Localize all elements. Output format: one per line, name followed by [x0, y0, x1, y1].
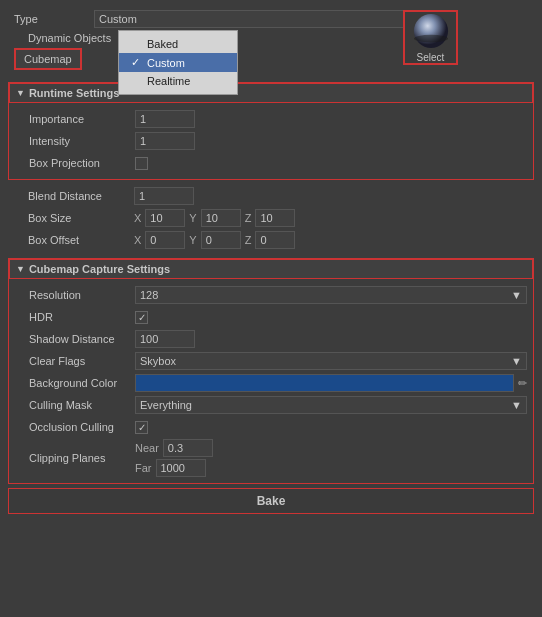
- type-value: Custom: [99, 13, 137, 25]
- runtime-section-header: ▼ Runtime Settings: [9, 83, 533, 103]
- cubemap-section-header: ▼ Cubemap Capture Settings: [9, 259, 533, 279]
- culling-mask-dropdown[interactable]: Everything ▼: [135, 396, 527, 414]
- box-projection-row: Box Projection: [15, 153, 527, 173]
- importance-input[interactable]: [135, 110, 195, 128]
- blend-distance-label: Blend Distance: [14, 190, 134, 202]
- runtime-title: Runtime Settings: [29, 87, 119, 99]
- realtime-check: [131, 75, 147, 87]
- cubemap-button[interactable]: Cubemap: [14, 48, 82, 70]
- clear-flags-arrow: ▼: [511, 355, 522, 367]
- cubemap-label: Cubemap: [24, 53, 72, 65]
- near-input[interactable]: [163, 439, 213, 457]
- culling-mask-arrow: ▼: [511, 399, 522, 411]
- shadow-distance-row: Shadow Distance: [15, 329, 527, 349]
- box-size-x-label: X: [134, 212, 141, 224]
- box-size-y-label: Y: [189, 212, 196, 224]
- box-size-row: Box Size X Y Z: [14, 208, 528, 228]
- clear-flags-row: Clear Flags Skybox ▼: [15, 351, 527, 371]
- custom-check: ✓: [131, 56, 147, 69]
- background-color-label: Background Color: [15, 377, 135, 389]
- occlusion-culling-checkbox[interactable]: ✓: [135, 421, 148, 434]
- cubemap-triangle: ▼: [16, 264, 25, 274]
- background-color-row: Background Color ✏: [15, 373, 527, 393]
- hdr-label: HDR: [15, 311, 135, 323]
- box-size-y-input[interactable]: [201, 209, 241, 227]
- background-color-swatch[interactable]: [135, 374, 514, 392]
- resolution-label: Resolution: [15, 289, 135, 301]
- box-size-z-label: Z: [245, 212, 252, 224]
- intensity-input[interactable]: [135, 132, 195, 150]
- resolution-dropdown[interactable]: 128 ▼: [135, 286, 527, 304]
- runtime-triangle: ▼: [16, 88, 25, 98]
- dynamic-objects-label: Dynamic Objects: [14, 32, 114, 44]
- box-offset-row: Box Offset X Y Z: [14, 230, 528, 250]
- box-projection-label: Box Projection: [15, 157, 135, 169]
- clear-flags-value: Skybox: [140, 355, 176, 367]
- blend-distance-input[interactable]: [134, 187, 194, 205]
- resolution-value: 128: [140, 289, 158, 301]
- near-label: Near: [135, 442, 159, 454]
- type-label: Type: [14, 13, 94, 25]
- bake-button[interactable]: Bake: [8, 488, 534, 514]
- custom-label: Custom: [147, 57, 185, 69]
- culling-mask-label: Culling Mask: [15, 399, 135, 411]
- shadow-distance-label: Shadow Distance: [15, 333, 135, 345]
- dropdown-option-custom[interactable]: ✓ Custom: [119, 53, 237, 72]
- shadow-distance-input[interactable]: [135, 330, 195, 348]
- box-offset-z-label: Z: [245, 234, 252, 246]
- select-button[interactable]: Select: [403, 10, 458, 65]
- dropdown-option-realtime[interactable]: Realtime: [119, 72, 237, 90]
- realtime-label: Realtime: [147, 75, 190, 87]
- occlusion-culling-label: Occlusion Culling: [15, 421, 135, 433]
- box-offset-x-input[interactable]: [145, 231, 185, 249]
- bake-label: Bake: [257, 494, 286, 508]
- box-offset-y-input[interactable]: [201, 231, 241, 249]
- cubemap-title: Cubemap Capture Settings: [29, 263, 170, 275]
- dropdown-option-baked[interactable]: Baked: [119, 35, 237, 53]
- importance-row: Importance: [15, 109, 527, 129]
- far-input[interactable]: [156, 459, 206, 477]
- sphere-preview: [411, 12, 451, 50]
- occlusion-culling-check: ✓: [138, 422, 146, 433]
- clear-flags-dropdown[interactable]: Skybox ▼: [135, 352, 527, 370]
- baked-label: Baked: [147, 38, 178, 50]
- baked-check: [131, 38, 147, 50]
- blend-distance-row: Blend Distance: [14, 186, 528, 206]
- type-dropdown-popup: Baked ✓ Custom Realtime: [118, 30, 238, 95]
- resolution-row: Resolution 128 ▼: [15, 285, 527, 305]
- select-label: Select: [417, 52, 445, 63]
- culling-mask-row: Culling Mask Everything ▼: [15, 395, 527, 415]
- far-label: Far: [135, 462, 152, 474]
- clipping-planes-row: Clipping Planes Near Far: [15, 439, 527, 477]
- box-size-label: Box Size: [14, 212, 134, 224]
- hdr-row: HDR ✓: [15, 307, 527, 327]
- occlusion-culling-row: Occlusion Culling ✓: [15, 417, 527, 437]
- svg-point-1: [413, 35, 447, 43]
- svg-point-0: [413, 14, 447, 48]
- resolution-arrow: ▼: [511, 289, 522, 301]
- box-offset-label: Box Offset: [14, 234, 134, 246]
- pencil-icon[interactable]: ✏: [518, 377, 527, 390]
- hdr-checkbox[interactable]: ✓: [135, 311, 148, 324]
- intensity-row: Intensity: [15, 131, 527, 151]
- importance-label: Importance: [15, 113, 135, 125]
- hdr-check: ✓: [138, 312, 146, 323]
- box-size-z-input[interactable]: [255, 209, 295, 227]
- box-offset-y-label: Y: [189, 234, 196, 246]
- box-projection-checkbox[interactable]: [135, 157, 148, 170]
- box-offset-x-label: X: [134, 234, 141, 246]
- intensity-label: Intensity: [15, 135, 135, 147]
- clipping-planes-label: Clipping Planes: [15, 452, 135, 464]
- clear-flags-label: Clear Flags: [15, 355, 135, 367]
- box-size-x-input[interactable]: [145, 209, 185, 227]
- culling-mask-value: Everything: [140, 399, 192, 411]
- box-offset-z-input[interactable]: [255, 231, 295, 249]
